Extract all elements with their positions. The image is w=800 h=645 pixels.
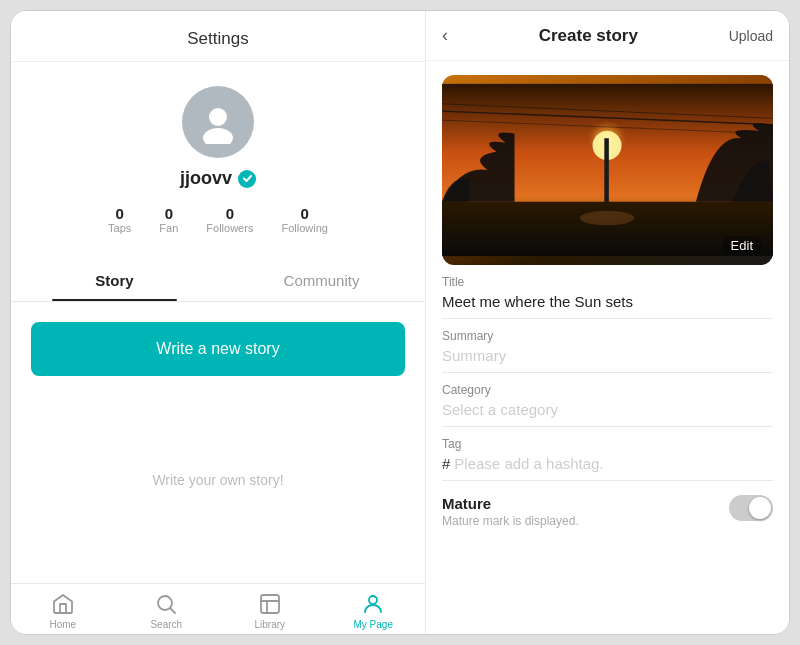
stat-followers-value: 0	[226, 205, 234, 222]
toggle-thumb	[749, 497, 771, 519]
profile-section: jjoovv 0 Taps 0 Fan 0 Follow	[11, 62, 425, 250]
category-label: Category	[442, 383, 773, 397]
title-label: Title	[442, 275, 773, 289]
nav-home[interactable]: Home	[11, 592, 115, 630]
svg-line-3	[171, 609, 176, 614]
stats-row: 0 Taps 0 Fan 0 Followers 0 Following	[108, 205, 328, 234]
stat-fan-value: 0	[165, 205, 173, 222]
tab-story[interactable]: Story	[11, 260, 218, 301]
username-text: jjoovv	[180, 168, 232, 189]
mature-info: Mature Mature mark is displayed.	[442, 495, 579, 528]
story-cover-image[interactable]: Edit	[442, 75, 773, 265]
bottom-nav: Home Search Library	[11, 583, 425, 634]
write-new-story-button[interactable]: Write a new story	[31, 322, 405, 376]
create-story-title: Create story	[539, 26, 638, 46]
nav-home-label: Home	[49, 619, 76, 630]
stat-taps-label: Taps	[108, 222, 131, 234]
svg-point-0	[209, 108, 227, 126]
tag-hash: #	[442, 455, 450, 472]
stat-followers-label: Followers	[206, 222, 253, 234]
form-section: Title Meet me where the Sun sets Summary…	[426, 265, 789, 548]
home-icon	[51, 592, 75, 616]
empty-story-text: Write your own story!	[11, 376, 425, 583]
username-row: jjoovv	[180, 168, 256, 189]
left-panel: Settings jjoovv 0 Taps	[11, 11, 426, 634]
settings-header: Settings	[11, 11, 425, 62]
mature-toggle[interactable]	[729, 495, 773, 521]
tag-row: # Please add a hashtag.	[442, 455, 773, 472]
edit-label[interactable]: Edit	[723, 236, 761, 255]
mypage-icon	[361, 592, 385, 616]
check-icon	[242, 173, 253, 184]
right-header: ‹ Create story Upload	[426, 11, 789, 61]
back-button[interactable]: ‹	[442, 25, 448, 46]
stat-following-label: Following	[281, 222, 327, 234]
stat-fan: 0 Fan	[159, 205, 178, 234]
category-select[interactable]: Select a category	[442, 401, 773, 418]
nav-library-label: Library	[254, 619, 285, 630]
tab-community[interactable]: Community	[218, 260, 425, 301]
svg-point-16	[580, 211, 634, 226]
stat-followers: 0 Followers	[206, 205, 253, 234]
upload-button[interactable]: Upload	[729, 28, 773, 44]
mature-row: Mature Mature mark is displayed.	[442, 481, 773, 528]
tag-label: Tag	[442, 437, 773, 451]
stat-taps: 0 Taps	[108, 205, 131, 234]
title-input[interactable]: Meet me where the Sun sets	[442, 293, 773, 310]
tag-input[interactable]: Please add a hashtag.	[454, 455, 603, 472]
svg-rect-4	[261, 595, 279, 613]
nav-search[interactable]: Search	[115, 592, 219, 630]
nav-search-label: Search	[150, 619, 182, 630]
stat-taps-value: 0	[116, 205, 124, 222]
summary-field-group: Summary Summary	[442, 319, 773, 373]
tag-field-group: Tag # Please add a hashtag.	[442, 427, 773, 481]
nav-mypage-label: My Page	[354, 619, 393, 630]
summary-input[interactable]: Summary	[442, 347, 773, 364]
mature-subtitle: Mature mark is displayed.	[442, 514, 579, 528]
title-field-group: Title Meet me where the Sun sets	[442, 265, 773, 319]
summary-label: Summary	[442, 329, 773, 343]
stat-following-value: 0	[300, 205, 308, 222]
verified-badge	[238, 170, 256, 188]
nav-library[interactable]: Library	[218, 592, 322, 630]
stat-fan-label: Fan	[159, 222, 178, 234]
avatar	[182, 86, 254, 158]
phone-frame: Settings jjoovv 0 Taps	[10, 10, 790, 635]
library-icon	[258, 592, 282, 616]
tabs-row: Story Community	[11, 260, 425, 302]
stat-following: 0 Following	[281, 205, 327, 234]
svg-point-1	[203, 128, 233, 144]
category-field-group: Category Select a category	[442, 373, 773, 427]
right-panel: ‹ Create story Upload	[426, 11, 789, 634]
mature-title: Mature	[442, 495, 579, 512]
avatar-icon	[196, 100, 240, 144]
search-icon	[154, 592, 178, 616]
svg-point-7	[369, 596, 377, 604]
nav-mypage[interactable]: My Page	[322, 592, 426, 630]
